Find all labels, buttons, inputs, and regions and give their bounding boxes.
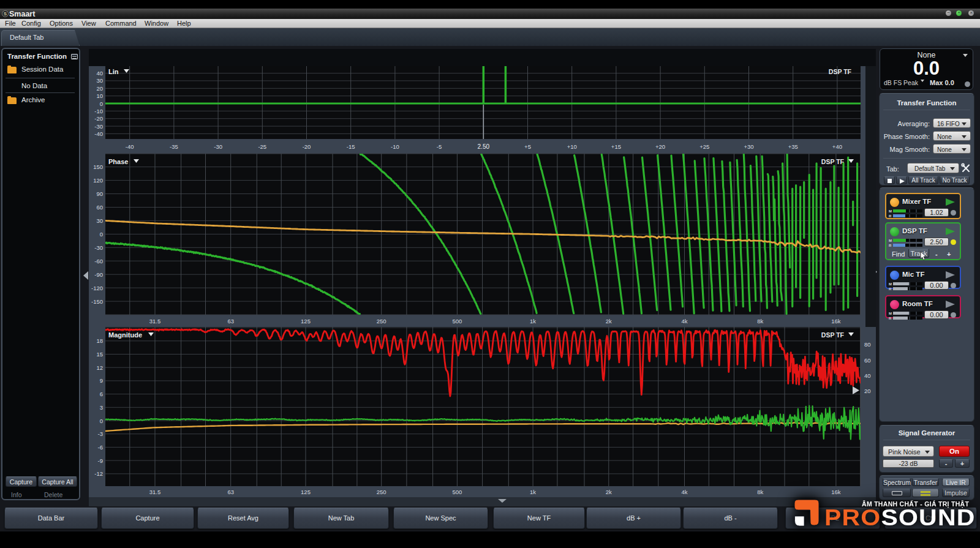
svg-text:2k: 2k — [606, 489, 612, 495]
svg-text:9: 9 — [100, 377, 103, 384]
svg-text:DSP TF: DSP TF — [821, 158, 845, 165]
svg-text:-20: -20 — [94, 115, 103, 122]
svg-text:1k: 1k — [530, 489, 536, 495]
svg-text:Lin: Lin — [108, 68, 119, 75]
svg-text:-15: -15 — [347, 143, 355, 150]
svg-text:250: 250 — [377, 318, 386, 325]
svg-text:3: 3 — [100, 404, 103, 411]
svg-text:250: 250 — [377, 489, 386, 495]
svg-text:-10: -10 — [94, 108, 103, 114]
svg-text:+15: +15 — [611, 143, 621, 150]
svg-text:-40: -40 — [126, 143, 134, 150]
svg-text:-20: -20 — [303, 143, 311, 150]
svg-text:125: 125 — [301, 489, 311, 495]
svg-text:10: 10 — [96, 92, 103, 99]
svg-text:12: 12 — [96, 364, 103, 371]
svg-text:-10: -10 — [391, 143, 399, 150]
svg-text:DSP TF: DSP TF — [829, 68, 852, 75]
svg-text:-35: -35 — [170, 143, 178, 150]
svg-text:40: 40 — [96, 70, 103, 77]
svg-text:DSP TF: DSP TF — [821, 331, 845, 339]
svg-text:20: 20 — [864, 388, 871, 394]
svg-text:63: 63 — [227, 318, 234, 325]
svg-text:40: 40 — [864, 372, 871, 379]
svg-text:150: 150 — [93, 163, 103, 170]
svg-text:Magnitude: Magnitude — [108, 331, 142, 339]
svg-text:125: 125 — [301, 318, 311, 325]
svg-text:Phase: Phase — [108, 158, 128, 165]
svg-text:-30: -30 — [214, 143, 222, 150]
svg-text:0: 0 — [100, 100, 103, 107]
svg-text:80: 80 — [864, 341, 871, 348]
svg-text:31.5: 31.5 — [149, 318, 161, 325]
svg-text:-150: -150 — [91, 298, 103, 305]
svg-text:+35: +35 — [788, 143, 798, 150]
svg-text:30: 30 — [96, 217, 103, 224]
svg-text:-30: -30 — [94, 123, 103, 130]
svg-text:8k: 8k — [757, 489, 763, 495]
svg-text:20: 20 — [96, 85, 103, 92]
svg-text:+20: +20 — [655, 143, 665, 150]
svg-text:18: 18 — [96, 337, 103, 344]
svg-text:500: 500 — [452, 318, 462, 325]
svg-text:500: 500 — [452, 489, 462, 495]
svg-text:-60: -60 — [94, 258, 103, 265]
svg-text:60: 60 — [96, 204, 103, 211]
svg-text:16k: 16k — [831, 318, 841, 325]
svg-text:120: 120 — [93, 177, 103, 184]
svg-text:0: 0 — [100, 231, 103, 238]
svg-text:63: 63 — [227, 489, 234, 495]
svg-text:1k: 1k — [530, 318, 536, 325]
svg-text:6: 6 — [100, 391, 103, 397]
svg-text:-90: -90 — [94, 271, 103, 278]
svg-text:+5: +5 — [524, 143, 531, 150]
svg-text:0: 0 — [100, 418, 103, 424]
svg-text:-25: -25 — [258, 143, 266, 150]
svg-text:2.50: 2.50 — [478, 143, 490, 150]
svg-text:-3: -3 — [98, 430, 103, 437]
svg-text:+10: +10 — [567, 143, 577, 150]
svg-text:2k: 2k — [606, 318, 612, 325]
svg-text:31.5: 31.5 — [149, 489, 161, 495]
svg-text:-12: -12 — [94, 470, 103, 477]
svg-text:4k: 4k — [681, 489, 687, 495]
svg-text:4k: 4k — [681, 318, 687, 325]
svg-text:-30: -30 — [94, 244, 103, 251]
svg-text:-40: -40 — [94, 130, 103, 137]
svg-text:+30: +30 — [744, 143, 753, 150]
svg-text:30: 30 — [96, 77, 103, 84]
svg-text:-5: -5 — [437, 143, 442, 150]
svg-text:-9: -9 — [98, 457, 103, 464]
svg-text:+40: +40 — [832, 143, 842, 150]
svg-text:-120: -120 — [91, 285, 103, 291]
svg-text:-6: -6 — [98, 444, 103, 451]
svg-text:+25: +25 — [699, 143, 709, 150]
svg-text:90: 90 — [96, 190, 103, 197]
svg-text:15: 15 — [96, 351, 103, 358]
svg-text:60: 60 — [864, 357, 871, 364]
svg-text:8k: 8k — [757, 318, 763, 325]
